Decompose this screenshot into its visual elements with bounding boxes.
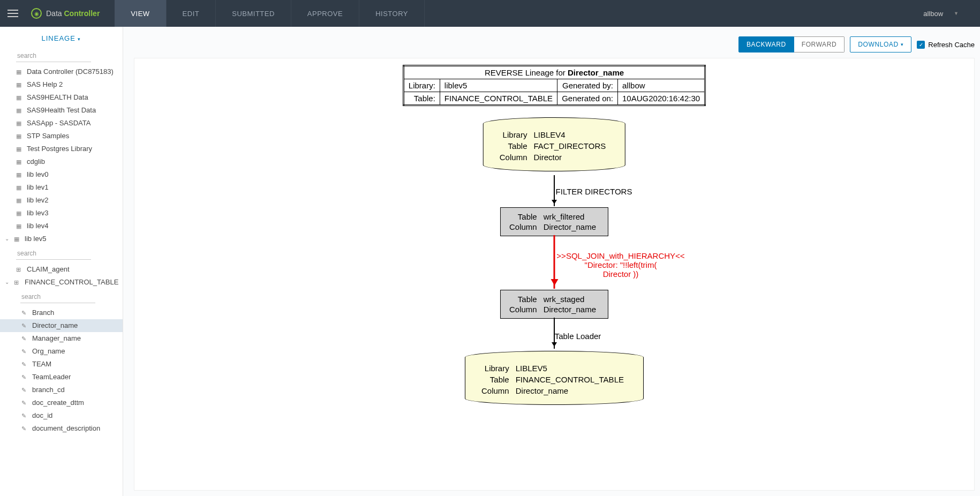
sidebar-column-item[interactable]: ✎Director_name (0, 319, 123, 332)
toolbar: BACKWARD FORWARD DOWNLOAD ▾ ✓ Refresh Ca… (123, 27, 980, 58)
checkbox-label: Refresh Cache (928, 41, 975, 49)
sidebar-column-item[interactable]: ✎TEAM (0, 358, 123, 371)
column-icon: ✎ (21, 321, 28, 330)
search-input-tables[interactable] (16, 247, 91, 260)
sidebar-lib-item[interactable]: ▦Test Postgres Library (0, 142, 123, 155)
refresh-cache-checkbox[interactable]: ✓ Refresh Cache (917, 41, 975, 49)
sidebar-lib-item[interactable]: ▦lib lev1 (0, 181, 123, 194)
library-icon: ▦ (14, 234, 20, 244)
sidebar-item-label: CLAIM_agent (27, 265, 70, 274)
sidebar-lib-item[interactable]: ▦Data Controller (DC875183) (0, 65, 123, 78)
sidebar-item-label: SAS9HEALTH Data (27, 93, 88, 102)
library-icon: ▦ (16, 170, 22, 179)
sidebar-lib-item[interactable]: ▦SAS9HEALTH Data (0, 91, 123, 104)
direction-toggle: BACKWARD FORWARD (738, 36, 845, 52)
sidebar-item-label: document_description (32, 424, 100, 433)
sidebar-column-item[interactable]: ✎document_description (0, 422, 123, 435)
arrow-icon (554, 175, 555, 206)
tab-view[interactable]: VIEW (115, 0, 166, 27)
search-input-libs[interactable] (16, 50, 91, 62)
sidebar-item-label: lib lev2 (27, 196, 48, 205)
sidebar-lib-item[interactable]: ▦SAS Help 2 (0, 78, 123, 91)
sidebar-item-label: lib lev0 (27, 170, 48, 179)
sidebar-lib-item[interactable]: ▦cdglib (0, 155, 123, 168)
sidebar-table-item[interactable]: ⊞CLAIM_agent (0, 263, 123, 276)
sidebar-item-label: lib lev3 (27, 208, 48, 218)
menu-icon[interactable] (0, 10, 21, 17)
backward-button[interactable]: BACKWARD (738, 36, 794, 52)
sidebar-lib-item[interactable]: ▦SASApp - SASDATA (0, 117, 123, 130)
sidebar-lib-open[interactable]: ⌄ ▦ lib lev5 (0, 232, 123, 245)
sidebar-lib-item[interactable]: ▦lib lev3 (0, 207, 123, 220)
nav-tabs: VIEW EDIT SUBMITTED APPROVE HISTORY (115, 0, 425, 27)
library-icon: ▦ (16, 118, 22, 128)
logo-icon: ◉ (31, 8, 42, 19)
sidebar-column-item[interactable]: ✎doc_create_dttm (0, 396, 123, 409)
sidebar-item-label: cdglib (27, 157, 45, 167)
sidebar-item-label: lib lev4 (27, 221, 48, 231)
sidebar-item-label: lib lev5 (25, 234, 46, 244)
library-icon: ▦ (16, 208, 22, 218)
sidebar-column-item[interactable]: ✎branch_cd (0, 384, 123, 396)
chevron-down-icon: ⌄ (4, 234, 10, 244)
sidebar-item-label: Branch (32, 308, 54, 318)
edge-label: >>SQL_JOIN_with_HIERARCHY<< "Director: "… (556, 251, 684, 279)
sidebar-column-item[interactable]: ✎Org_name (0, 345, 123, 358)
sidebar-item-label: Director_name (32, 321, 78, 330)
lineage-diagram: REVERSE Lineage for Director_name Librar… (367, 65, 742, 106)
lineage-node-filtered: Tablewrk_filtered ColumnDirector_name (500, 207, 608, 236)
sidebar-column-item[interactable]: ✎doc_id (0, 409, 123, 422)
checkmark-icon: ✓ (917, 41, 925, 49)
sidebar-item-label: SASApp - SASDATA (27, 118, 91, 128)
column-icon: ✎ (21, 347, 28, 356)
tab-history[interactable]: HISTORY (359, 0, 425, 27)
app-logo[interactable]: ◉ Data Controller (21, 8, 109, 19)
library-icon: ▦ (16, 67, 22, 77)
library-icon: ▦ (16, 131, 22, 141)
lineage-canvas[interactable]: REVERSE Lineage for Director_name Librar… (134, 58, 975, 491)
column-icon: ✎ (21, 334, 28, 343)
sidebar-item-label: FINANCE_CONTROL_TABLE (25, 277, 118, 287)
sidebar-column-item[interactable]: ✎TeamLeader (0, 371, 123, 384)
sidebar-lib-item[interactable]: ▦SAS9Health Test Data (0, 104, 123, 117)
search-input-columns[interactable] (20, 291, 95, 303)
sidebar-lib-item[interactable]: ▦lib lev0 (0, 168, 123, 181)
forward-button[interactable]: FORWARD (794, 36, 845, 52)
column-icon: ✎ (21, 359, 28, 369)
sidebar-lib-item[interactable]: ▦lib lev4 (0, 220, 123, 232)
sidebar-item-label: TEAM (32, 359, 51, 369)
tab-approve[interactable]: APPROVE (291, 0, 359, 27)
sidebar-column-item[interactable]: ✎Manager_name (0, 332, 123, 345)
lineage-node-staged: Tablewrk_staged ColumnDirector_name (500, 290, 608, 319)
logo-text: Data Controller (46, 9, 100, 18)
tab-submitted[interactable]: SUBMITTED (216, 0, 291, 27)
sidebar-lib-item[interactable]: ▦lib lev2 (0, 194, 123, 207)
library-icon: ▦ (16, 144, 22, 154)
lineage-dropdown[interactable]: LINEAGE ▾ (0, 27, 123, 48)
sidebar-item-label: doc_id (32, 411, 52, 420)
column-icon: ✎ (21, 372, 28, 382)
sidebar-item-label: STP Samples (27, 131, 69, 141)
library-icon: ▦ (16, 157, 22, 167)
sidebar: LINEAGE ▾ ▦Data Controller (DC875183)▦SA… (0, 27, 123, 496)
sidebar-item-label: lib lev1 (27, 183, 48, 192)
tab-edit[interactable]: EDIT (167, 0, 216, 27)
column-icon: ✎ (21, 308, 28, 318)
sidebar-table-open[interactable]: ⌄ ⊞ FINANCE_CONTROL_TABLE (0, 276, 123, 289)
download-button[interactable]: DOWNLOAD ▾ (850, 36, 911, 52)
library-icon: ▦ (16, 183, 22, 192)
sidebar-item-label: SAS9Health Test Data (27, 106, 96, 115)
user-menu[interactable]: allbow ▼ (902, 10, 980, 18)
chevron-down-icon: ⌄ (4, 277, 10, 287)
chevron-down-icon: ▾ (78, 36, 81, 42)
sidebar-item-label: branch_cd (32, 385, 65, 395)
content-area: BACKWARD FORWARD DOWNLOAD ▾ ✓ Refresh Ca… (123, 27, 980, 496)
column-icon: ✎ (21, 398, 28, 408)
sidebar-lib-item[interactable]: ▦STP Samples (0, 130, 123, 142)
sidebar-item-label: Org_name (32, 347, 65, 356)
library-icon: ▦ (16, 106, 22, 115)
sidebar-item-label: TeamLeader (32, 372, 71, 382)
library-icon: ▦ (16, 80, 22, 89)
chevron-down-icon: ▾ (901, 42, 904, 47)
sidebar-column-item[interactable]: ✎Branch (0, 306, 123, 319)
